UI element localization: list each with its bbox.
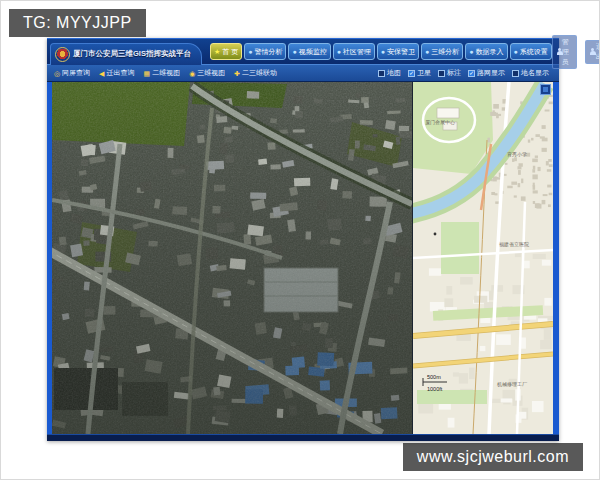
link-2d3d-icon: ✚ [234,70,240,77]
street-map[interactable]: 厦门会展中心育秀小学福建省立医院机械修理工厂 500m 1000ft [413,82,553,434]
map-split-view: 厦门会展中心育秀小学福建省立医院机械修理工厂 500m 1000ft [47,82,559,434]
toggle-label: 卫星 [417,68,431,78]
logout-user-icon [590,48,594,55]
menu-label: 安保警卫 [387,47,415,57]
svg-text:厦门会展中心: 厦门会展中心 [425,119,455,126]
satellite-canvas [52,82,412,434]
toolbar-left-group: ◎ 同屏查询 ◀ 迁出查询 ▦ 二维视图 ◉ 三维视图 ✚ 二三维联动 [54,68,277,78]
menu-settings-button[interactable]: ● 系统设置 [510,43,552,60]
admin-label: 管理员 [562,37,572,67]
menu-label: 视频监控 [299,47,327,57]
place-names-checkbox[interactable] [512,70,519,77]
collapse-panel-button[interactable] [540,84,551,95]
export-query-button[interactable]: ◀ 迁出查询 [99,68,134,78]
menu-security-guard-button[interactable]: ● 安保警卫 [377,43,419,60]
page: { "tg_badge": { "text": "TG: MYYJJPP" },… [0,0,600,480]
logout-label: 退出 [596,42,600,62]
satellite-map[interactable] [52,82,412,434]
menu-alarm-analysis-button[interactable]: ● 警情分析 [244,43,286,60]
toggle-road-network[interactable]: 路网显示 [468,68,505,78]
toggle-satellite-layer[interactable]: 卫星 [408,68,431,78]
video-monitor-icon: ● [292,48,296,55]
toolbar-item-label: 同屏查询 [62,68,90,78]
url-watermark-badge: www.sjcjweburl.com [403,443,583,471]
svg-text:1000ft: 1000ft [427,386,443,392]
sync-query-icon: ◎ [54,70,60,77]
cube-3d-icon: ● [425,48,429,55]
app-title-tab: 厦门市公安局三维GIS指挥实战平台 [50,43,202,65]
street-canvas: 厦门会展中心育秀小学福建省立医院机械修理工厂 500m 1000ft [413,82,553,434]
menu-label: 警情分析 [254,47,282,57]
menu-label: 数据录入 [476,47,504,57]
user-icon [557,48,560,55]
svg-text:机械修理工厂: 机械修理工厂 [497,381,527,387]
menu-label: 系统设置 [520,47,548,57]
titlebar: 厦门市公安局三维GIS指挥实战平台 ★ 首 页 ● 警情分析 ● 视频监控 ● … [47,38,559,64]
road-network-checkbox[interactable] [468,70,475,77]
alarm-analysis-icon: ● [248,48,252,55]
toolbar-item-label: 二维视图 [152,68,180,78]
main-menu: ★ 首 页 ● 警情分析 ● 视频监控 ● 社区管理 ● 安保警卫 ● 三维分析… [210,43,552,60]
data-entry-icon: ● [469,48,473,55]
menu-3d-analysis-button[interactable]: ● 三维分析 [421,43,463,60]
logout-button[interactable]: 退出 [585,40,600,64]
toggle-label: 标注 [447,68,461,78]
app-title: 厦门市公安局三维GIS指挥实战平台 [73,49,191,59]
svg-text:500m: 500m [427,374,441,380]
tg-watermark-badge: TG: MYYJJPP [9,9,146,37]
map-2d-icon: ▦ [144,70,151,77]
toggle-label: 路网显示 [477,68,505,78]
export-query-icon: ◀ [99,70,104,77]
admin-user-button[interactable]: 管理员 [552,35,577,69]
toggle-annotation-layer[interactable]: 标注 [438,68,461,78]
map-toolbar: ◎ 同屏查询 ◀ 迁出查询 ▦ 二维视图 ◉ 三维视图 ✚ 二三维联动 地图 卫… [47,64,559,82]
map-3d-icon: ◉ [189,70,195,77]
gis-app-window: 厦门市公安局三维GIS指挥实战平台 ★ 首 页 ● 警情分析 ● 视频监控 ● … [47,38,559,441]
gear-icon: ● [514,48,518,55]
view-3d-button[interactable]: ◉ 三维视图 [189,68,225,78]
menu-label: 首 页 [222,47,238,57]
window-bottom-bar [47,434,559,441]
toolbar-item-label: 三维视图 [197,68,225,78]
community-icon: ● [337,48,341,55]
view-2d-button[interactable]: ▦ 二维视图 [144,68,181,78]
toggle-label: 地名显示 [521,68,549,78]
user-links: 管理员 退出 [552,35,600,69]
security-guard-icon: ● [381,48,385,55]
toolbar-item-label: 迁出查询 [107,68,135,78]
sync-query-button[interactable]: ◎ 同屏查询 [54,68,90,78]
layer-toggle-group: 地图 卫星 标注 路网显示 地名显示 [378,68,549,78]
link-2d3d-button[interactable]: ✚ 二三维联动 [234,68,277,78]
map-layer-checkbox[interactable] [378,70,385,77]
satellite-layer-checkbox[interactable] [408,70,415,77]
police-badge-logo [55,47,70,62]
menu-community-button[interactable]: ● 社区管理 [333,43,375,60]
svg-text:育秀小学: 育秀小学 [507,151,527,157]
svg-text:福建省立医院: 福建省立医院 [499,241,529,248]
toggle-label: 地图 [387,68,401,78]
menu-video-monitor-button[interactable]: ● 视频监控 [288,43,330,60]
menu-home-button[interactable]: ★ 首 页 [210,43,242,60]
home-star-icon: ★ [214,48,220,55]
menu-data-entry-button[interactable]: ● 数据录入 [465,43,507,60]
menu-label: 社区管理 [343,47,371,57]
toggle-place-names[interactable]: 地名显示 [512,68,549,78]
annotation-layer-checkbox[interactable] [438,70,445,77]
toolbar-item-label: 二三维联动 [242,68,277,78]
menu-label: 三维分析 [431,47,459,57]
toggle-map-layer[interactable]: 地图 [378,68,401,78]
